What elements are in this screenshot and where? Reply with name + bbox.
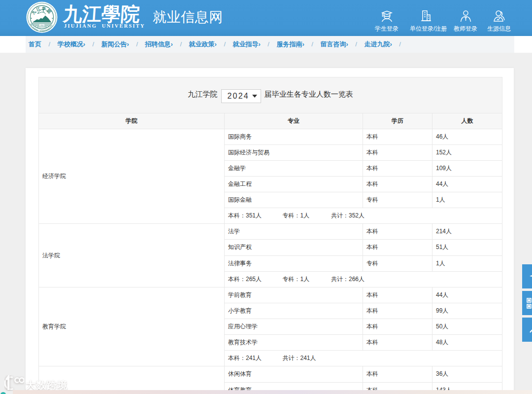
svg-text:1902: 1902: [40, 25, 44, 27]
